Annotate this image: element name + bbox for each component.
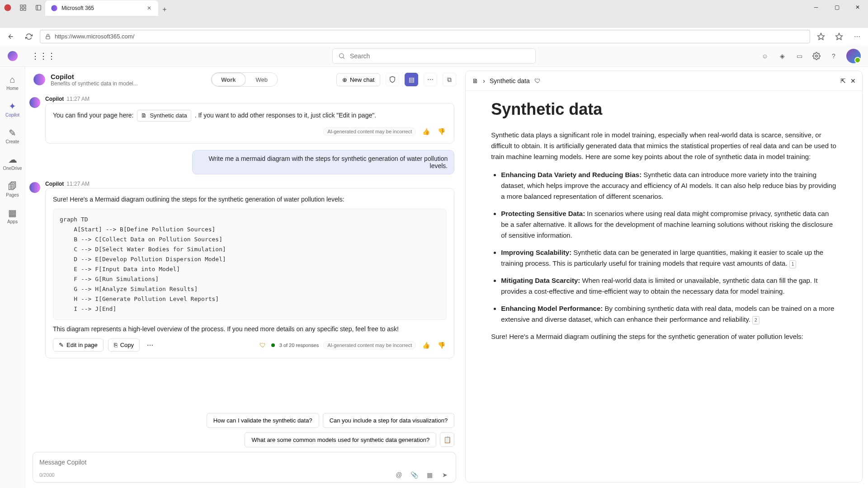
suggestion-button[interactable]: How can I validate the synthetic data? — [207, 413, 319, 428]
send-button[interactable]: ➤ — [440, 470, 449, 479]
close-panel-button[interactable]: ✕ — [850, 77, 856, 84]
svg-rect-4 — [24, 8, 26, 10]
clipboard-suggestion-button[interactable]: 📋 — [440, 432, 454, 447]
svg-point-0 — [5, 5, 11, 11]
suggestion-button[interactable]: Can you include a step for data visualiz… — [323, 413, 455, 428]
copy-button[interactable]: ⎘Copy — [108, 338, 140, 352]
back-button[interactable] — [4, 29, 18, 44]
edit-in-page-button[interactable]: ✎Edit in page — [53, 338, 104, 352]
address-bar: https://www.microsoft365.com/ ⋯ — [0, 27, 868, 45]
apps-icon: ▦ — [7, 207, 18, 218]
message-row: Copilot11:27 AM You can find your page h… — [29, 96, 454, 144]
list-item: Mitigating Data Scarcity: When real-worl… — [501, 275, 837, 297]
svg-marker-9 — [818, 33, 825, 39]
more-options-icon[interactable]: ⋯ — [424, 73, 437, 86]
user-avatar[interactable] — [846, 49, 861, 63]
copy-icon: ⎘ — [114, 342, 118, 348]
attach-icon[interactable]: 📎 — [410, 470, 419, 479]
composer-input[interactable] — [39, 457, 449, 468]
message-text: You can find your page here: 🗎Synthetic … — [53, 110, 447, 122]
new-tab-button[interactable]: + — [158, 3, 171, 16]
panel-paragraph: Synthetic data plays a significant role … — [491, 130, 837, 162]
status-dot — [271, 343, 275, 347]
svg-marker-10 — [836, 33, 843, 39]
close-tab-button[interactable]: ✕ — [146, 5, 153, 12]
page-chip[interactable]: 🗎Synthetic data — [137, 110, 191, 122]
site-info-icon[interactable] — [45, 33, 51, 40]
prompt-icon[interactable]: ▦ — [425, 470, 434, 479]
search-icon — [338, 52, 345, 60]
composer: 0/2000 @ 📎 ▦ ➤ — [33, 452, 456, 483]
close-window-button[interactable]: ✕ — [847, 0, 868, 14]
reference-badge[interactable]: 2 — [752, 316, 760, 324]
page-doc-icon[interactable]: 🗎 — [472, 77, 478, 84]
help-icon[interactable]: ? — [829, 52, 838, 61]
panel-body[interactable]: Synthetic data Synthetic data plays a si… — [466, 91, 862, 482]
app-topbar: ⋮⋮⋮ ☺ ◈ ▭ ? — [0, 45, 868, 67]
clipboard-icon[interactable]: ▤ — [405, 73, 418, 86]
open-panel-icon[interactable]: ⧉ — [443, 73, 456, 86]
svg-line-13 — [343, 57, 344, 59]
rail-apps[interactable]: ▦Apps — [2, 206, 24, 226]
browser-chrome: ─ ▢ ✕ Microsoft 365 ✕ + — [0, 0, 868, 27]
personal-icon[interactable] — [3, 3, 13, 13]
search-input[interactable] — [350, 52, 530, 60]
response-count: 3 of 20 responses — [279, 343, 319, 348]
settings-more-icon[interactable]: ⋯ — [850, 29, 864, 44]
home-icon: ⌂ — [7, 74, 18, 85]
thumbs-down-button[interactable]: 👎 — [436, 340, 447, 351]
url-box[interactable]: https://www.microsoft365.com/ — [40, 30, 810, 43]
more-actions-icon[interactable]: ⋯ — [144, 342, 156, 349]
shield-badge-icon: 🛡 — [259, 342, 267, 349]
composer-icons: @ 📎 ▦ ➤ — [394, 470, 449, 479]
ai-disclaimer: AI-generated content may be incorrect — [323, 127, 416, 136]
rail-onedrive[interactable]: ☁OneDrive — [2, 152, 24, 173]
favorites-icon[interactable] — [832, 29, 846, 44]
thumbs-up-button[interactable]: 👍 — [420, 126, 431, 137]
app-launcher-icon[interactable]: ⋮⋮⋮ — [36, 49, 51, 63]
tab-work[interactable]: Work — [211, 73, 245, 86]
emoji-icon[interactable]: ☺ — [760, 52, 769, 61]
code-block[interactable]: graph TD A[Start] --> B[Define Pollution… — [53, 209, 447, 320]
star-outline-icon[interactable] — [814, 29, 828, 44]
thumbs-up-button[interactable]: 👍 — [420, 340, 431, 351]
reference-badge[interactable]: 1 — [789, 260, 797, 268]
pages-icon: 🗐 — [7, 181, 18, 192]
share-icon[interactable]: ⇱ — [840, 77, 846, 84]
chat-header-actions: ⊕New chat ▤ ⋯ ⧉ — [336, 73, 456, 86]
settings-gear-icon[interactable] — [812, 52, 821, 61]
tab-web[interactable]: Web — [246, 73, 278, 86]
suggestion-button[interactable]: What are some common models used for syn… — [245, 432, 436, 447]
tab-actions-icon[interactable] — [33, 3, 43, 13]
new-chat-button[interactable]: ⊕New chat — [336, 73, 380, 86]
svg-rect-2 — [24, 5, 26, 7]
rail-home[interactable]: ⌂Home — [2, 72, 24, 93]
suggestion-row: What are some common models used for syn… — [25, 432, 463, 452]
shield-icon[interactable] — [386, 73, 399, 86]
workspaces-icon[interactable] — [18, 3, 28, 13]
inbox-icon[interactable]: ▭ — [795, 52, 804, 61]
m365-logo-icon[interactable] — [7, 51, 18, 61]
page-icon: 🗎 — [141, 111, 147, 120]
list-item: Enhancing Data Variety and Reducing Bias… — [501, 169, 837, 202]
thumbs-down-button[interactable]: 👎 — [436, 126, 447, 137]
refresh-button[interactable] — [22, 29, 36, 44]
panel-breadcrumb[interactable]: Synthetic data — [490, 77, 530, 84]
rail-pages[interactable]: 🗐Pages — [2, 179, 24, 199]
mention-icon[interactable]: @ — [394, 470, 403, 479]
chat-body: Copilot11:27 AM You can find your page h… — [25, 92, 463, 408]
search-box[interactable] — [332, 48, 536, 64]
minimize-button[interactable]: ─ — [806, 0, 826, 14]
copilot-avatar-icon — [29, 97, 42, 109]
premium-icon[interactable]: ◈ — [778, 52, 787, 61]
list-item: Protecting Sensitive Data: In scenarios … — [501, 208, 837, 241]
list-item: Improving Scalability: Synthetic data ca… — [501, 247, 837, 269]
message-intro: Sure! Here's a Mermaid diagram outlining… — [53, 195, 447, 204]
copilot-avatar-icon — [29, 182, 42, 194]
browser-tab-active[interactable]: Microsoft 365 ✕ — [45, 0, 158, 16]
maximize-button[interactable]: ▢ — [826, 0, 847, 14]
message-meta: Copilot11:27 AM — [45, 181, 454, 187]
rail-copilot[interactable]: ✦Copilot — [2, 99, 24, 119]
chevron-right-icon: › — [483, 77, 485, 84]
rail-create[interactable]: ✎Create — [2, 126, 24, 146]
